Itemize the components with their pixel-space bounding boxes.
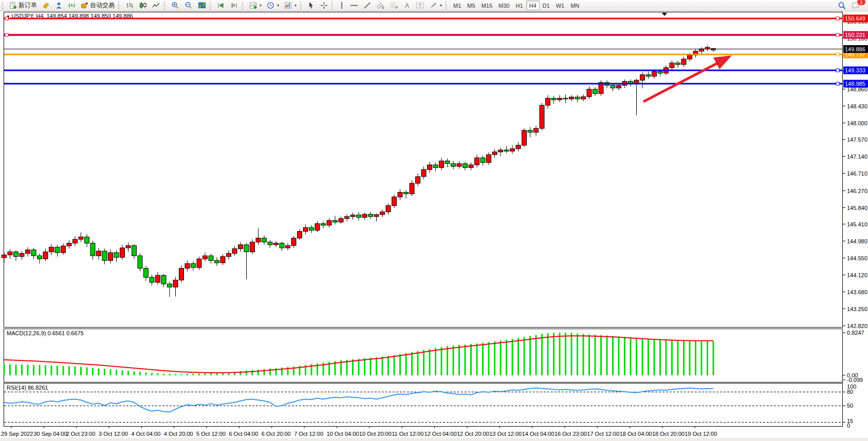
bull-candle	[173, 280, 178, 287]
arrows-tool-button[interactable]: ▾	[427, 0, 445, 11]
vertical-line-icon	[339, 2, 345, 9]
timeframe-H1[interactable]: H1	[512, 1, 526, 10]
bull-candle	[410, 183, 414, 194]
styler-button[interactable]	[40, 0, 52, 11]
toolbar-grip[interactable]	[2, 2, 5, 9]
bull-candle	[522, 130, 527, 145]
time-axis-label: 2 Oct 23:00	[66, 431, 96, 437]
timeframe-M1[interactable]: M1	[450, 1, 464, 10]
cursor-icon	[307, 2, 315, 9]
new-order-button[interactable]: 新订单	[7, 0, 40, 11]
toolbar-grip[interactable]	[300, 2, 303, 9]
signal-button[interactable]	[65, 0, 78, 11]
trend-arrow-line[interactable]	[643, 63, 718, 102]
line-chart-mode-button[interactable]	[150, 0, 163, 11]
toolbar-grip[interactable]	[118, 2, 121, 9]
bull-candle	[315, 224, 320, 231]
hline-handle[interactable]	[836, 69, 839, 72]
horizontal-line-tool-button[interactable]	[347, 0, 361, 11]
bull-candle	[439, 161, 444, 167]
chart-canvas[interactable]: 150.590150.160149.730149.300148.860148.4…	[0, 0, 868, 441]
templates-icon	[284, 2, 292, 9]
hline-handle[interactable]	[836, 33, 839, 36]
fibonacci-tool-button[interactable]: F	[387, 0, 401, 11]
equidistant-channel-tool-button[interactable]: E	[374, 0, 387, 11]
cursor-tool-button[interactable]	[305, 0, 318, 11]
bull-candle	[185, 263, 190, 268]
new-order-icon	[9, 2, 17, 9]
timeframe-M30[interactable]: M30	[495, 1, 512, 10]
candlestick-mode-button[interactable]	[136, 0, 150, 11]
bull-candle	[232, 248, 237, 253]
profile-button[interactable]	[52, 0, 65, 11]
price-axis-tick-label: 145.840	[847, 205, 867, 211]
timeframe-D1[interactable]: D1	[540, 1, 553, 10]
toolbar-grip[interactable]	[164, 2, 167, 9]
zoom-in-button[interactable]	[169, 0, 182, 11]
rsi-axis-tick-label: 80	[847, 389, 853, 395]
bull-candle	[197, 259, 201, 267]
hline-handle[interactable]	[836, 17, 839, 20]
bear-candle	[611, 85, 615, 88]
trendline-tool-button[interactable]	[361, 0, 374, 11]
trend-arrow-head[interactable]	[713, 55, 732, 69]
templates-button[interactable]: ▾	[282, 0, 299, 11]
bull-candle	[392, 197, 397, 206]
timeframe-M15[interactable]: M15	[478, 1, 495, 10]
toolbar-grip[interactable]	[210, 2, 213, 9]
current-price-tag-text: 149.886	[845, 46, 865, 52]
arrows-tool-icon	[430, 2, 438, 9]
bull-candle	[634, 80, 639, 83]
new-order-label: 新订单	[19, 1, 37, 10]
indicators-button[interactable]: ▾	[247, 0, 264, 11]
bull-candle	[26, 250, 30, 254]
hline-handle[interactable]	[836, 53, 839, 56]
crosshair-tool-button[interactable]	[318, 0, 330, 11]
bull-candle	[179, 269, 184, 280]
toolbar-grip[interactable]	[446, 2, 449, 9]
search-button[interactable]	[835, 0, 849, 11]
time-axis-label: 18 Oct 04:00	[620, 431, 652, 437]
tile-windows-button[interactable]	[195, 0, 209, 11]
timeframe-H4[interactable]: H4	[526, 1, 540, 10]
bull-candle	[108, 253, 113, 260]
bar-chart-mode-button[interactable]	[123, 0, 136, 11]
bear-candle	[268, 242, 272, 245]
text-label-tool-button[interactable]: T	[413, 0, 427, 11]
text-tool-button[interactable]: A	[401, 0, 413, 11]
equidistant-channel-icon: E	[376, 2, 385, 9]
toolbar-grip[interactable]	[331, 2, 335, 9]
zoom-out-button[interactable]	[182, 0, 195, 11]
time-axis-label: 6 Oct 20:00	[262, 431, 291, 437]
indicators-icon	[249, 2, 257, 9]
hline-handle[interactable]	[5, 33, 8, 36]
bear-candle	[138, 256, 142, 268]
time-axis-label: 12 Oct 20:00	[457, 431, 489, 437]
styler-icon	[42, 2, 50, 9]
trendline-icon	[363, 2, 371, 9]
chart-shift-button[interactable]	[228, 0, 241, 11]
toolbar-grip[interactable]	[242, 2, 245, 9]
bull-candle	[487, 155, 491, 162]
templates-dropdown-arrow: ▾	[294, 3, 297, 8]
periods-button[interactable]: ▾	[264, 0, 282, 11]
bear-candle	[168, 284, 172, 287]
timeframe-W1[interactable]: W1	[553, 1, 568, 10]
timeframe-M5[interactable]: M5	[464, 1, 478, 10]
timeframe-MN[interactable]: MN	[567, 1, 582, 10]
bear-candle	[333, 221, 338, 222]
bull-candle	[681, 59, 686, 65]
bull-candle	[398, 193, 402, 197]
autotrade-label: 自动交易	[90, 1, 115, 10]
notifications-button[interactable]: 1	[849, 0, 863, 11]
vertical-line-tool-button[interactable]	[336, 0, 347, 11]
bear-candle	[658, 71, 662, 73]
autotrade-button[interactable]: 自动交易	[78, 0, 117, 11]
bear-candle	[31, 250, 36, 256]
hline-handle[interactable]	[5, 17, 8, 20]
hline-handle[interactable]	[836, 82, 839, 85]
bull-candle	[587, 89, 592, 97]
bull-candle	[380, 212, 385, 215]
auto-scroll-button[interactable]	[214, 0, 228, 11]
bull-candle	[534, 128, 539, 132]
